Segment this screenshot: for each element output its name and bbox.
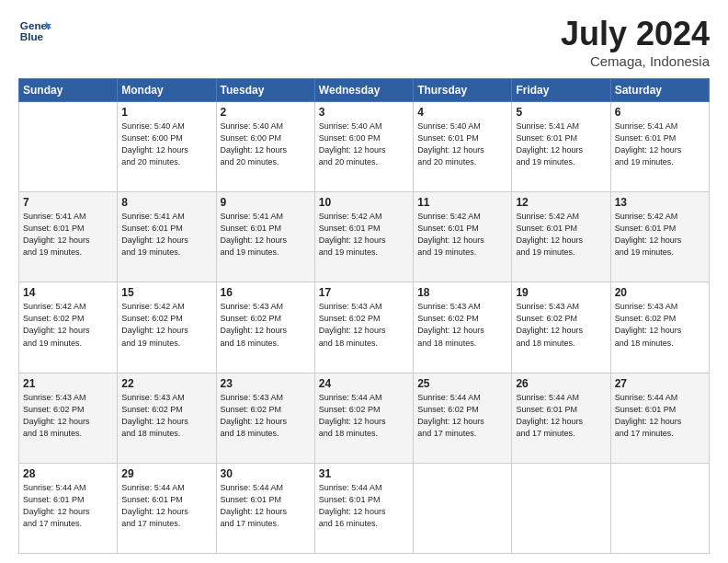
cell-info-text: Sunrise: 5:41 AM Sunset: 6:01 PM Dayligh… [221, 211, 311, 259]
calendar-cell: 30Sunrise: 5:44 AM Sunset: 6:01 PM Dayli… [216, 463, 314, 553]
logo: General Blue [18, 15, 51, 48]
cell-info-text: Sunrise: 5:44 AM Sunset: 6:01 PM Dayligh… [319, 482, 409, 530]
cell-info-text: Sunrise: 5:44 AM Sunset: 6:01 PM Dayligh… [516, 392, 606, 440]
cell-info-text: Sunrise: 5:44 AM Sunset: 6:01 PM Dayligh… [121, 482, 211, 530]
calendar-cell: 23Sunrise: 5:43 AM Sunset: 6:02 PM Dayli… [216, 373, 314, 463]
calendar-cell: 22Sunrise: 5:43 AM Sunset: 6:02 PM Dayli… [118, 373, 216, 463]
page: General Blue July 2024 Cemaga, Indonesia… [0, 0, 728, 563]
cell-info-text: Sunrise: 5:43 AM Sunset: 6:02 PM Dayligh… [221, 392, 311, 440]
cell-day-number: 13 [615, 196, 705, 209]
cell-info-text: Sunrise: 5:43 AM Sunset: 6:02 PM Dayligh… [319, 301, 409, 349]
calendar-body: 1Sunrise: 5:40 AM Sunset: 6:00 PM Daylig… [19, 102, 710, 554]
calendar-cell [512, 463, 610, 553]
cell-day-number: 29 [121, 467, 211, 480]
cell-info-text: Sunrise: 5:42 AM Sunset: 6:02 PM Dayligh… [23, 301, 113, 349]
calendar-cell: 3Sunrise: 5:40 AM Sunset: 6:00 PM Daylig… [314, 102, 413, 192]
calendar-cell [414, 463, 512, 553]
cell-day-number: 7 [23, 196, 113, 209]
cell-day-number: 14 [23, 286, 113, 299]
cell-day-number: 4 [417, 106, 507, 119]
logo-icon: General Blue [18, 15, 51, 48]
cell-day-number: 23 [221, 377, 311, 390]
cell-day-number: 9 [221, 196, 311, 209]
calendar-cell [610, 463, 709, 553]
month-year-title: July 2024 [561, 15, 710, 53]
cell-info-text: Sunrise: 5:41 AM Sunset: 6:01 PM Dayligh… [23, 211, 113, 259]
cell-info-text: Sunrise: 5:43 AM Sunset: 6:02 PM Dayligh… [417, 301, 507, 349]
cell-day-number: 8 [121, 196, 211, 209]
calendar-cell: 18Sunrise: 5:43 AM Sunset: 6:02 PM Dayli… [414, 282, 512, 373]
calendar-cell: 12Sunrise: 5:42 AM Sunset: 6:01 PM Dayli… [512, 192, 610, 282]
cell-info-text: Sunrise: 5:42 AM Sunset: 6:01 PM Dayligh… [319, 211, 409, 259]
cell-info-text: Sunrise: 5:40 AM Sunset: 6:00 PM Dayligh… [319, 121, 409, 168]
cell-info-text: Sunrise: 5:41 AM Sunset: 6:01 PM Dayligh… [121, 211, 211, 259]
cell-day-number: 2 [221, 106, 311, 119]
cell-info-text: Sunrise: 5:43 AM Sunset: 6:02 PM Dayligh… [221, 301, 311, 349]
cell-day-number: 28 [23, 467, 113, 480]
header: General Blue July 2024 Cemaga, Indonesia [18, 15, 710, 69]
cell-day-number: 12 [516, 196, 606, 209]
cell-info-text: Sunrise: 5:44 AM Sunset: 6:02 PM Dayligh… [417, 392, 507, 440]
cell-info-text: Sunrise: 5:41 AM Sunset: 6:01 PM Dayligh… [615, 121, 705, 168]
calendar-cell: 11Sunrise: 5:42 AM Sunset: 6:01 PM Dayli… [414, 192, 512, 282]
calendar-cell: 28Sunrise: 5:44 AM Sunset: 6:01 PM Dayli… [19, 463, 118, 553]
cell-info-text: Sunrise: 5:44 AM Sunset: 6:01 PM Dayligh… [615, 392, 705, 440]
cell-day-number: 24 [319, 377, 409, 390]
calendar-cell: 7Sunrise: 5:41 AM Sunset: 6:01 PM Daylig… [19, 192, 118, 282]
calendar-header-sunday: Sunday [19, 79, 118, 102]
cell-day-number: 27 [615, 377, 705, 390]
cell-day-number: 22 [121, 377, 211, 390]
calendar-cell: 1Sunrise: 5:40 AM Sunset: 6:00 PM Daylig… [118, 102, 216, 192]
cell-day-number: 17 [319, 286, 409, 299]
calendar-week-row: 14Sunrise: 5:42 AM Sunset: 6:02 PM Dayli… [19, 282, 710, 373]
calendar-cell: 29Sunrise: 5:44 AM Sunset: 6:01 PM Dayli… [118, 463, 216, 553]
cell-day-number: 25 [417, 377, 507, 390]
calendar-cell: 4Sunrise: 5:40 AM Sunset: 6:01 PM Daylig… [414, 102, 512, 192]
calendar-week-row: 7Sunrise: 5:41 AM Sunset: 6:01 PM Daylig… [19, 192, 710, 282]
calendar-cell [19, 102, 118, 192]
cell-info-text: Sunrise: 5:40 AM Sunset: 6:01 PM Dayligh… [417, 121, 507, 168]
cell-info-text: Sunrise: 5:43 AM Sunset: 6:02 PM Dayligh… [23, 392, 113, 440]
cell-info-text: Sunrise: 5:44 AM Sunset: 6:01 PM Dayligh… [23, 482, 113, 530]
calendar-cell: 27Sunrise: 5:44 AM Sunset: 6:01 PM Dayli… [610, 373, 709, 463]
calendar-header-friday: Friday [512, 79, 610, 102]
location-subtitle: Cemaga, Indonesia [561, 53, 710, 69]
cell-day-number: 30 [221, 467, 311, 480]
cell-day-number: 5 [516, 106, 606, 119]
calendar-header-row: SundayMondayTuesdayWednesdayThursdayFrid… [19, 79, 710, 102]
calendar-cell: 21Sunrise: 5:43 AM Sunset: 6:02 PM Dayli… [19, 373, 118, 463]
calendar-cell: 20Sunrise: 5:43 AM Sunset: 6:02 PM Dayli… [610, 282, 709, 373]
calendar-header-wednesday: Wednesday [314, 79, 413, 102]
calendar-cell: 25Sunrise: 5:44 AM Sunset: 6:02 PM Dayli… [414, 373, 512, 463]
cell-info-text: Sunrise: 5:40 AM Sunset: 6:00 PM Dayligh… [221, 121, 311, 168]
cell-info-text: Sunrise: 5:43 AM Sunset: 6:02 PM Dayligh… [121, 392, 211, 440]
calendar-week-row: 21Sunrise: 5:43 AM Sunset: 6:02 PM Dayli… [19, 373, 710, 463]
calendar-cell: 24Sunrise: 5:44 AM Sunset: 6:02 PM Dayli… [314, 373, 413, 463]
calendar-cell: 13Sunrise: 5:42 AM Sunset: 6:01 PM Dayli… [610, 192, 709, 282]
cell-day-number: 3 [319, 106, 409, 119]
cell-day-number: 19 [516, 286, 606, 299]
cell-info-text: Sunrise: 5:42 AM Sunset: 6:01 PM Dayligh… [417, 211, 507, 259]
calendar-header-saturday: Saturday [610, 79, 709, 102]
cell-info-text: Sunrise: 5:44 AM Sunset: 6:02 PM Dayligh… [319, 392, 409, 440]
cell-day-number: 26 [516, 377, 606, 390]
calendar-cell: 14Sunrise: 5:42 AM Sunset: 6:02 PM Dayli… [19, 282, 118, 373]
calendar-cell: 16Sunrise: 5:43 AM Sunset: 6:02 PM Dayli… [216, 282, 314, 373]
calendar-cell: 9Sunrise: 5:41 AM Sunset: 6:01 PM Daylig… [216, 192, 314, 282]
calendar-cell: 26Sunrise: 5:44 AM Sunset: 6:01 PM Dayli… [512, 373, 610, 463]
cell-info-text: Sunrise: 5:42 AM Sunset: 6:01 PM Dayligh… [516, 211, 606, 259]
cell-info-text: Sunrise: 5:44 AM Sunset: 6:01 PM Dayligh… [221, 482, 311, 530]
cell-day-number: 11 [417, 196, 507, 209]
cell-info-text: Sunrise: 5:40 AM Sunset: 6:00 PM Dayligh… [121, 121, 211, 168]
cell-day-number: 20 [615, 286, 705, 299]
cell-day-number: 16 [221, 286, 311, 299]
cell-day-number: 6 [615, 106, 705, 119]
calendar-header-tuesday: Tuesday [216, 79, 314, 102]
calendar-header-monday: Monday [118, 79, 216, 102]
calendar-cell: 15Sunrise: 5:42 AM Sunset: 6:02 PM Dayli… [118, 282, 216, 373]
calendar-cell: 6Sunrise: 5:41 AM Sunset: 6:01 PM Daylig… [610, 102, 709, 192]
cell-info-text: Sunrise: 5:42 AM Sunset: 6:01 PM Dayligh… [615, 211, 705, 259]
calendar-cell: 2Sunrise: 5:40 AM Sunset: 6:00 PM Daylig… [216, 102, 314, 192]
cell-day-number: 15 [121, 286, 211, 299]
cell-day-number: 10 [319, 196, 409, 209]
